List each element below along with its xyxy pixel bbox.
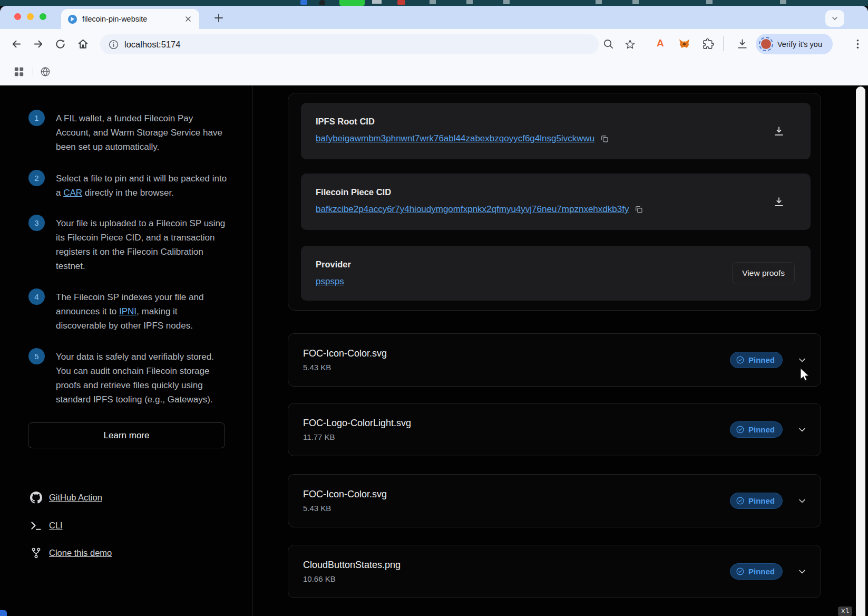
- menubar-status-icon: [632, 0, 639, 4]
- expand-file-button[interactable]: [796, 566, 808, 578]
- step-1-number: 1: [28, 110, 45, 126]
- file-name: CloudButtonStates.png: [303, 560, 730, 571]
- clone-demo-label: Clone this demo: [49, 548, 112, 558]
- clone-demo-link[interactable]: Clone this demo: [30, 547, 112, 559]
- provider-link[interactable]: pspsps: [316, 276, 344, 287]
- menubar-status-icon: [503, 0, 510, 4]
- file-size: 11.77 KB: [303, 432, 730, 441]
- step-5-text: Your data is safely and verifiably store…: [56, 350, 230, 407]
- step-2-number: 2: [28, 170, 45, 186]
- github-action-label: GitHub Action: [49, 493, 102, 503]
- git-branch-icon: [30, 547, 42, 559]
- menubar-status-icon: [466, 0, 473, 4]
- browser-toolbar: localhost:5174 A Verify it's you: [0, 29, 868, 59]
- toolbar-divider: [723, 36, 724, 51]
- step-1-text-pre: A FIL wallet, a funded Filecoin Pay Acco…: [56, 113, 222, 152]
- file-name: FOC-Icon-Color.svg: [303, 489, 730, 500]
- download-car-button[interactable]: [768, 121, 789, 142]
- new-tab-button[interactable]: [213, 12, 225, 24]
- pinned-badge: Pinned: [730, 352, 783, 368]
- expand-file-button[interactable]: [796, 495, 808, 507]
- apps-grid-icon[interactable]: [14, 66, 24, 77]
- main-content: IPFS Root CID bafybeigawmbm3phnwnt7wrk76…: [253, 85, 868, 616]
- site-info-icon[interactable]: [109, 40, 119, 50]
- forward-button[interactable]: [32, 38, 44, 50]
- back-button[interactable]: [11, 38, 23, 50]
- zoom-magnifier-icon[interactable]: [602, 38, 615, 50]
- extensions-puzzle-icon[interactable]: [703, 38, 715, 50]
- page-content: 1 A FIL wallet, a funded Filecoin Pay Ac…: [0, 85, 868, 616]
- maximize-window-button[interactable]: [40, 13, 46, 20]
- check-circle-icon: [736, 355, 745, 364]
- chevron-down-icon: [831, 14, 839, 23]
- cli-label: CLI: [49, 521, 63, 531]
- page-scrollbar[interactable]: [856, 86, 865, 616]
- minimize-window-button[interactable]: [27, 13, 34, 20]
- tab-search-chevron-button[interactable]: [825, 10, 844, 27]
- expand-file-button[interactable]: [796, 354, 808, 366]
- step-2-text-post: directly in the browser.: [82, 188, 174, 198]
- extension-a-icon[interactable]: A: [657, 37, 664, 49]
- file-row[interactable]: FOC-Icon-Color.svg 5.43 KB Pinned: [288, 474, 821, 527]
- close-window-button[interactable]: [14, 13, 21, 20]
- tab-close-icon[interactable]: [183, 14, 193, 24]
- bookmark-star-icon[interactable]: [624, 38, 636, 50]
- reload-button[interactable]: [54, 38, 66, 50]
- github-action-link[interactable]: GitHub Action: [30, 492, 102, 504]
- chevron-down-icon: [797, 425, 807, 435]
- address-bar[interactable]: localhost:5174: [100, 34, 599, 54]
- file-row[interactable]: FOC-Icon-Color.svg 5.43 KB Pinned: [288, 333, 821, 387]
- step-4-number: 4: [28, 288, 45, 305]
- copy-icon[interactable]: [600, 134, 609, 143]
- screen: filecoin-pin-website localhost:5174 A: [0, 0, 868, 616]
- profile-verify-chip[interactable]: Verify it's you: [756, 34, 833, 54]
- learn-more-button[interactable]: Learn more: [28, 422, 225, 448]
- filecoin-piece-cid-label: Filecoin Piece CID: [316, 187, 796, 197]
- upload-result-panel: IPFS Root CID bafybeigawmbm3phnwnt7wrk76…: [288, 93, 821, 311]
- chevron-down-icon: [797, 355, 807, 365]
- browser-menu-button[interactable]: [852, 38, 864, 50]
- file-meta: FOC-Logo-ColorLight.svg 11.77 KB: [303, 418, 730, 441]
- menubar-status-icon: [780, 0, 786, 4]
- downloads-button[interactable]: [736, 38, 748, 50]
- file-row[interactable]: CloudButtonStates.png 10.66 KB Pinned: [288, 545, 821, 598]
- check-circle-icon: [736, 496, 745, 505]
- tab-title: filecoin-pin-website: [82, 15, 183, 23]
- expand-file-button[interactable]: [796, 424, 808, 436]
- chevron-down-icon: [797, 496, 807, 506]
- file-name: FOC-Logo-ColorLight.svg: [303, 418, 730, 429]
- step-2-text: Select a file to pin and it will be pack…: [56, 171, 230, 200]
- file-meta: FOC-Icon-Color.svg 5.43 KB: [303, 489, 730, 513]
- cli-link[interactable]: CLI: [30, 519, 63, 532]
- globe-bookmark-icon[interactable]: [40, 66, 51, 77]
- step-1: 1 A FIL wallet, a funded Filecoin Pay Ac…: [28, 111, 225, 154]
- filecoin-favicon: [67, 14, 77, 24]
- step-4-text: The Filecoin SP indexes your file and an…: [56, 290, 230, 333]
- home-button[interactable]: [77, 38, 89, 50]
- desktop-artifact: [0, 610, 7, 616]
- filecoin-piece-cid-card: Filecoin Piece CID bafkzcibe2p4accy6r7y4…: [301, 174, 811, 230]
- ipni-link[interactable]: IPNI: [119, 306, 136, 316]
- ipfs-root-cid-link[interactable]: bafybeigawmbm3phnwnt7wrk76abl44zabexbzqo…: [316, 133, 594, 144]
- screen-share-indicator: [339, 0, 365, 6]
- provider-card: Provider pspsps View proofs: [301, 246, 811, 301]
- file-row[interactable]: FOC-Logo-ColorLight.svg 11.77 KB Pinned: [288, 403, 821, 456]
- copy-icon[interactable]: [634, 205, 643, 214]
- browser-tab[interactable]: filecoin-pin-website: [61, 9, 199, 29]
- pinned-badge: Pinned: [730, 563, 783, 580]
- github-icon: [30, 492, 42, 504]
- download-piece-button[interactable]: [768, 191, 789, 213]
- step-3-text-pre: Your file is uploaded to a Filecoin SP u…: [56, 218, 225, 271]
- pinned-label: Pinned: [748, 567, 775, 576]
- download-icon: [773, 126, 785, 137]
- profile-avatar: [759, 37, 773, 51]
- car-link[interactable]: CAR: [63, 188, 82, 198]
- filecoin-piece-cid-link[interactable]: bafkzcibe2p4accy6r7y4hioudymgomfxpnkx2qf…: [316, 204, 629, 215]
- menubar-status-icon: [397, 0, 405, 5]
- ipfs-root-cid-label: IPFS Root CID: [316, 117, 796, 127]
- browser-window: filecoin-pin-website localhost:5174 A: [0, 6, 868, 616]
- view-proofs-button[interactable]: View proofs: [732, 262, 795, 284]
- menubar-status-icon: [300, 0, 307, 5]
- menubar-status-icon: [372, 0, 382, 4]
- metamask-extension-icon[interactable]: [678, 38, 690, 50]
